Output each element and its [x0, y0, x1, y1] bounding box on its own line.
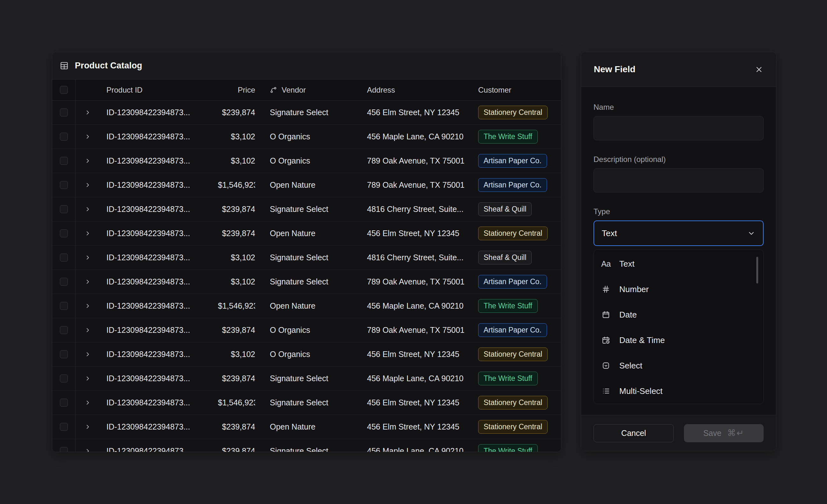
customer-badge: The Write Stuff: [478, 372, 538, 385]
customer-badge: Sheaf & Quill: [478, 251, 532, 265]
address-cell: 456 Elm Street, NY 12345: [352, 422, 464, 432]
expand-chevron-icon[interactable]: [85, 206, 91, 213]
header-checkbox-cell: [52, 79, 76, 100]
row-checkbox[interactable]: [60, 181, 68, 189]
customer-badge: Stationery Central: [478, 106, 548, 119]
type-option-label: Text: [619, 259, 635, 269]
git-branch-icon: [270, 86, 277, 94]
row-checkbox[interactable]: [60, 302, 68, 310]
number-icon: [601, 285, 611, 293]
row-checkbox[interactable]: [60, 375, 68, 383]
expand-chevron-icon[interactable]: [85, 448, 91, 452]
expand-chevron-icon[interactable]: [85, 230, 91, 237]
price-cell: $239,874: [218, 229, 255, 238]
col-product-id[interactable]: Product ID: [100, 86, 218, 95]
customer-badge: Artisan Paper Co.: [478, 178, 547, 192]
cancel-button[interactable]: Cancel: [593, 424, 674, 442]
table-row[interactable]: ID-123098422394873... $3,102 O Organics …: [52, 342, 561, 367]
expand-chevron-icon[interactable]: [85, 182, 91, 188]
col-vendor[interactable]: Vendor: [255, 86, 352, 95]
table-row[interactable]: ID-123098422394873... $239,874 Signature…: [52, 101, 561, 125]
address-cell: 4816 Cherry Street, Suite...: [352, 253, 464, 262]
name-field[interactable]: [593, 116, 764, 140]
table-row[interactable]: ID-123098422394873... $1,546,923 Open Na…: [52, 173, 561, 197]
expand-chevron-icon[interactable]: [85, 278, 91, 285]
type-option[interactable]: Select: [594, 353, 763, 378]
row-checkbox[interactable]: [60, 350, 68, 358]
vendor-cell: Open Nature: [255, 180, 352, 190]
expand-chevron-icon[interactable]: [85, 109, 91, 116]
table-row[interactable]: ID-123098422394873... $3,102 Signature S…: [52, 246, 561, 270]
price-cell: $239,874: [218, 446, 255, 452]
product-id-cell: ID-123098422394873...: [100, 398, 218, 407]
col-address[interactable]: Address: [352, 86, 464, 95]
table-row[interactable]: ID-123098422394873... $239,874 Open Natu…: [52, 415, 561, 439]
type-option[interactable]: Multi-Select: [594, 378, 763, 404]
save-button[interactable]: Save ⌘↵: [684, 424, 764, 442]
row-checkbox[interactable]: [60, 447, 68, 452]
price-cell: $239,874: [218, 326, 255, 335]
expand-chevron-icon[interactable]: [85, 424, 91, 430]
table-row[interactable]: ID-123098422394873... $239,874 Signature…: [52, 367, 561, 391]
expand-chevron-icon[interactable]: [85, 399, 91, 406]
type-option-label: Date: [619, 310, 637, 320]
customer-badge: Sheaf & Quill: [478, 202, 532, 216]
address-cell: 789 Oak Avenue, TX 75001: [352, 326, 464, 335]
expand-chevron-icon[interactable]: [85, 254, 91, 261]
customer-badge: The Write Stuff: [478, 130, 538, 144]
row-checkbox[interactable]: [60, 423, 68, 431]
row-checkbox[interactable]: [60, 157, 68, 165]
description-field[interactable]: [593, 168, 764, 192]
table-row[interactable]: ID-123098422394873... $1,546,923 Open Na…: [52, 294, 561, 318]
table-row[interactable]: ID-123098422394873... $239,874 Signature…: [52, 439, 561, 452]
address-cell: 456 Maple Lane, CA 90210: [352, 446, 464, 452]
expand-chevron-icon[interactable]: [85, 375, 91, 382]
price-cell: $239,874: [218, 205, 255, 214]
row-checkbox[interactable]: [60, 109, 68, 116]
address-cell: 456 Maple Lane, CA 90210: [352, 374, 464, 383]
type-option-label: Date & Time: [619, 335, 665, 345]
table-row[interactable]: ID-123098422394873... $3,102 O Organics …: [52, 125, 561, 149]
vendor-cell: Signature Select: [255, 205, 352, 214]
expand-chevron-icon[interactable]: [85, 133, 91, 140]
price-cell: $1,546,923: [218, 301, 255, 311]
price-cell: $3,102: [218, 156, 255, 165]
col-price[interactable]: Price: [218, 86, 255, 95]
close-icon[interactable]: [755, 65, 763, 74]
expand-chevron-icon[interactable]: [85, 351, 91, 358]
table-icon: [60, 61, 68, 70]
customer-badge: Artisan Paper Co.: [478, 323, 547, 337]
col-customer[interactable]: Customer: [464, 86, 561, 95]
table-row[interactable]: ID-123098422394873... $239,874 Open Natu…: [52, 221, 561, 246]
row-checkbox[interactable]: [60, 399, 68, 407]
dropdown-scrollbar[interactable]: [756, 257, 758, 283]
type-option[interactable]: Aa Text: [594, 251, 763, 277]
product-id-cell: ID-123098422394873...: [100, 132, 218, 141]
row-checkbox[interactable]: [60, 133, 68, 141]
row-checkbox[interactable]: [60, 278, 68, 286]
table-row[interactable]: ID-123098422394873... $239,874 Signature…: [52, 197, 561, 221]
select-icon: [601, 361, 611, 370]
expand-chevron-icon[interactable]: [85, 158, 91, 164]
row-checkbox[interactable]: [60, 254, 68, 262]
table-row[interactable]: ID-123098422394873... $239,874 O Organic…: [52, 318, 561, 342]
row-checkbox[interactable]: [60, 326, 68, 334]
product-id-cell: ID-123098422394873...: [100, 374, 218, 383]
row-checkbox[interactable]: [60, 229, 68, 237]
panel-header: New Field: [581, 52, 776, 87]
address-cell: 456 Elm Street, NY 12345: [352, 229, 464, 238]
table-row[interactable]: ID-123098422394873... $3,102 O Organics …: [52, 149, 561, 173]
chevron-down-icon: [747, 229, 755, 237]
expand-chevron-icon[interactable]: [85, 302, 91, 309]
table-row[interactable]: ID-123098422394873... $3,102 Signature S…: [52, 270, 561, 294]
vendor-cell: Signature Select: [255, 253, 352, 262]
type-option[interactable]: Date & Time: [594, 327, 763, 353]
expand-chevron-icon[interactable]: [85, 327, 91, 333]
select-all-checkbox[interactable]: [60, 86, 68, 94]
table-row[interactable]: ID-123098422394873... $1,546,923 Signatu…: [52, 391, 561, 415]
type-option[interactable]: Date: [594, 302, 763, 327]
type-option[interactable]: Number: [594, 277, 763, 302]
price-cell: $3,102: [218, 350, 255, 359]
row-checkbox[interactable]: [60, 205, 68, 213]
type-select[interactable]: Text: [593, 221, 764, 246]
